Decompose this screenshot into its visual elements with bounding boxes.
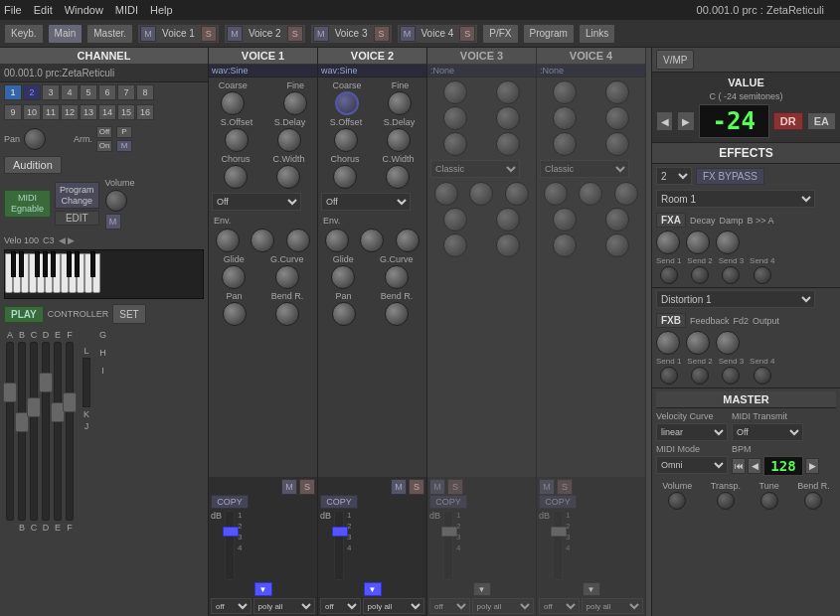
vmp-button[interactable]: V/MP [656, 50, 694, 70]
voice1-filter-select[interactable]: Off [212, 193, 301, 211]
voice3-k11[interactable] [496, 208, 520, 231]
voice1-fader-thumb[interactable] [223, 527, 239, 537]
set-button[interactable]: SET [112, 304, 145, 324]
master-vol-knob[interactable] [668, 492, 686, 510]
voice1-glide-knob[interactable] [222, 265, 246, 289]
ch-num-4[interactable]: 4 [61, 84, 79, 100]
ch-num-3[interactable]: 3 [42, 84, 60, 100]
ch-num-16[interactable]: 16 [136, 104, 154, 120]
voice1-soffset-knob[interactable] [225, 128, 249, 152]
voice2-down-arrow[interactable]: ▼ [364, 582, 382, 596]
voice3-k1[interactable] [443, 80, 467, 104]
fader-l-track[interactable] [83, 358, 90, 407]
voice3-down-arrow[interactable]: ▼ [473, 582, 491, 596]
value-right-btn[interactable]: ▶ [677, 111, 694, 131]
fader-d-track[interactable] [42, 342, 50, 521]
voice2-bottom-m[interactable]: M [391, 479, 407, 495]
fader-b-track[interactable] [18, 342, 26, 521]
voice2-env2[interactable] [360, 229, 384, 252]
arm-on[interactable]: On [96, 140, 112, 152]
voice1-env1[interactable] [216, 229, 240, 252]
voice2-fader[interactable] [334, 511, 344, 580]
voice3-k2[interactable] [496, 80, 520, 104]
voice4-bottom-s[interactable]: S [557, 479, 573, 495]
voice1-copy-btn[interactable]: COPY [211, 495, 249, 509]
voice4-k10[interactable] [553, 208, 577, 231]
voice3-k4[interactable] [496, 106, 520, 130]
voice3-k10[interactable] [443, 208, 467, 231]
fx-dropdown1[interactable]: Room 1 [656, 190, 815, 208]
voice1-cwidth-knob[interactable] [276, 165, 300, 189]
voice3-k5[interactable] [443, 132, 467, 156]
ch-num-14[interactable]: 14 [98, 104, 116, 120]
bpm-left[interactable]: ◀ [748, 458, 761, 474]
voice2-filter-select[interactable]: Off [321, 193, 411, 211]
voice1-poly-select[interactable]: poly all [253, 598, 316, 614]
ch-num-1[interactable]: 1 [4, 84, 22, 100]
voice2-bottom-s[interactable]: S [409, 479, 424, 495]
fxb-send3-knob[interactable] [722, 367, 740, 385]
voice3-k8[interactable] [469, 182, 493, 206]
voice4-k6[interactable] [605, 132, 629, 156]
voice1-bottom-m[interactable]: M [281, 479, 297, 495]
menu-midi[interactable]: MIDI [115, 4, 138, 16]
voice2-fader-thumb[interactable] [332, 527, 348, 537]
bpm-rewind[interactable]: ⏮ [732, 458, 746, 474]
volume-m-btn[interactable]: M [105, 214, 121, 230]
voice4-k12[interactable] [553, 233, 577, 257]
voice2-cwidth-knob[interactable] [386, 165, 410, 189]
voice2-coarse-knob[interactable] [335, 91, 359, 115]
ch-num-13[interactable]: 13 [80, 104, 97, 120]
fxa-ba-knob[interactable] [716, 231, 740, 254]
fader-f-track[interactable] [66, 342, 74, 521]
volume-knob[interactable] [105, 190, 127, 212]
voice4-k9[interactable] [614, 182, 638, 206]
voice3-k3[interactable] [443, 106, 467, 130]
vel-curve-select[interactable]: linear [656, 423, 728, 441]
midi-enable-button[interactable]: MIDIEgnable [4, 190, 51, 218]
voice1-fine-knob[interactable] [283, 91, 307, 115]
ch-num-2[interactable]: 2 [23, 84, 41, 100]
master-tune-knob[interactable] [760, 492, 778, 510]
fxa-send2-knob[interactable] [691, 266, 709, 284]
fx-dropdown2[interactable]: Distortion 1 [656, 290, 815, 308]
voice4-down-arrow[interactable]: ▼ [583, 582, 600, 596]
ch-num-5[interactable]: 5 [80, 84, 97, 100]
fader-c-track[interactable] [30, 342, 38, 521]
links-button[interactable]: Links [579, 24, 615, 44]
voice1-env3[interactable] [286, 229, 310, 252]
voice1-fader[interactable] [225, 511, 235, 580]
voice3-filter-select[interactable]: Classic [430, 160, 520, 178]
voice2-bendr-knob[interactable] [385, 302, 409, 326]
audition-button[interactable]: Audition [4, 156, 62, 174]
fader-c-handle[interactable] [27, 397, 41, 417]
voice4-k11[interactable] [605, 208, 629, 231]
ch-num-12[interactable]: 12 [61, 104, 79, 120]
voice4-copy-btn[interactable]: COPY [539, 495, 577, 509]
voice3-bottom-s[interactable]: S [447, 479, 463, 495]
fader-a-track[interactable] [6, 342, 14, 521]
fader-f-handle[interactable] [63, 392, 77, 412]
ea-button[interactable]: EA [807, 112, 836, 130]
voice4-k8[interactable] [579, 182, 602, 206]
midi-tx-select[interactable]: Off [732, 423, 803, 441]
fader-e-track[interactable] [54, 342, 62, 521]
menu-edit[interactable]: Edit [34, 4, 53, 16]
pfx-button[interactable]: P/FX [482, 24, 518, 44]
voice4-k3[interactable] [553, 106, 577, 130]
dr-button[interactable]: DR [773, 112, 803, 130]
voice1-s-btn[interactable]: S [201, 26, 217, 42]
voice1-gcurve-knob[interactable] [275, 265, 299, 289]
fxa-damp-knob[interactable] [686, 231, 710, 254]
fxb-send2-knob[interactable] [691, 367, 709, 385]
fxb-output-knob[interactable] [716, 331, 740, 355]
voice2-fine-knob[interactable] [388, 91, 412, 115]
menu-file[interactable]: File [4, 4, 22, 16]
voice2-m-btn[interactable]: M [227, 26, 243, 42]
voice1-down-arrow[interactable]: ▼ [254, 582, 272, 596]
keyboard[interactable] [4, 249, 204, 299]
master-button[interactable]: Master. [86, 24, 133, 44]
ch-num-7[interactable]: 7 [117, 84, 135, 100]
fader-d-handle[interactable] [39, 373, 53, 392]
voice3-off-select[interactable]: off [429, 598, 470, 614]
